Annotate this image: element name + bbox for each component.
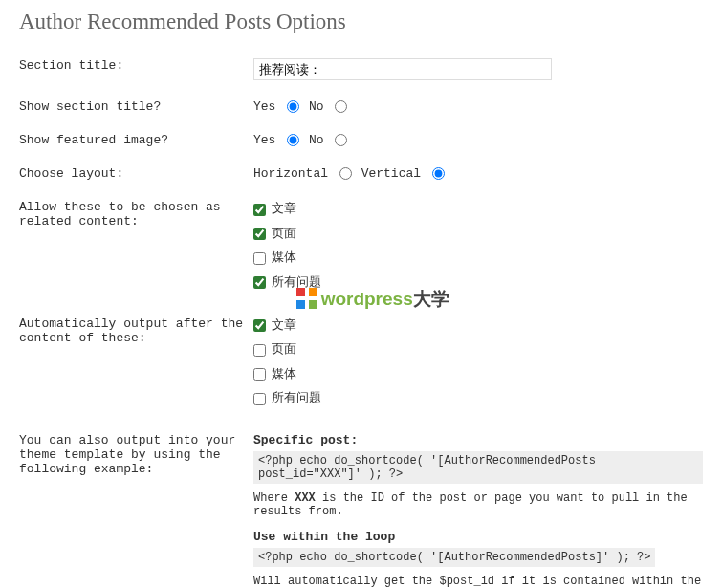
specific-post-heading: Specific post: <box>253 433 703 447</box>
loop-code: <?php echo do_shortcode( '[AuthorRecomme… <box>253 548 655 567</box>
checkbox-label: 所有问题 <box>272 391 321 405</box>
show-section-title-no-radio[interactable] <box>335 100 347 113</box>
no-label: No <box>309 133 324 147</box>
checkbox-label: 文章 <box>272 202 296 216</box>
show-featured-image-label: Show featured image? <box>19 123 253 157</box>
options-form: Section title: Show section title? Yes N… <box>19 49 703 588</box>
no-label: No <box>309 99 324 114</box>
checkbox-label: 所有问题 <box>272 275 321 290</box>
auto-output-questions-checkbox[interactable] <box>253 393 266 405</box>
template-output-label: You can also output into your theme temp… <box>19 424 253 588</box>
show-section-title-yes-radio[interactable] <box>287 100 299 113</box>
specific-post-desc: Where XXX is the ID of the post or page … <box>253 491 703 518</box>
allow-related-posts-checkbox[interactable] <box>253 204 266 216</box>
horizontal-label: Horizontal <box>253 166 328 181</box>
checkbox-label: 媒体 <box>272 367 296 381</box>
checkbox-label: 页面 <box>272 342 296 357</box>
yes-label: Yes <box>253 133 275 147</box>
auto-output-media-checkbox[interactable] <box>253 368 266 381</box>
allow-related-questions-checkbox[interactable] <box>253 276 266 289</box>
checkbox-label: 页面 <box>272 227 296 241</box>
page-title: Author Recommended Posts Options <box>19 10 703 34</box>
auto-output-posts-checkbox[interactable] <box>253 319 266 332</box>
layout-vertical-radio[interactable] <box>432 167 445 180</box>
specific-post-code: <?php echo do_shortcode( '[AuthorRecomme… <box>253 451 703 484</box>
section-title-input[interactable] <box>253 58 552 80</box>
allow-related-media-checkbox[interactable] <box>253 252 266 265</box>
allow-related-pages-checkbox[interactable] <box>253 228 266 240</box>
yes-label: Yes <box>253 99 275 114</box>
checkbox-label: 文章 <box>272 318 296 333</box>
loop-desc: Will automatically get the $post_id if i… <box>253 575 703 588</box>
show-featured-image-yes-radio[interactable] <box>287 134 299 146</box>
show-section-title-label: Show section title? <box>19 90 253 123</box>
auto-output-label: Automatically output after the content o… <box>19 307 253 424</box>
show-featured-image-no-radio[interactable] <box>335 134 347 146</box>
checkbox-label: 媒体 <box>272 250 296 265</box>
loop-heading: Use within the loop <box>253 530 703 544</box>
layout-horizontal-radio[interactable] <box>339 167 352 180</box>
choose-layout-label: Choose layout: <box>19 157 253 190</box>
allow-related-label: Allow these to be chosen as related cont… <box>19 190 253 307</box>
auto-output-pages-checkbox[interactable] <box>253 344 266 357</box>
vertical-label: Vertical <box>361 166 421 181</box>
section-title-label: Section title: <box>19 49 253 90</box>
